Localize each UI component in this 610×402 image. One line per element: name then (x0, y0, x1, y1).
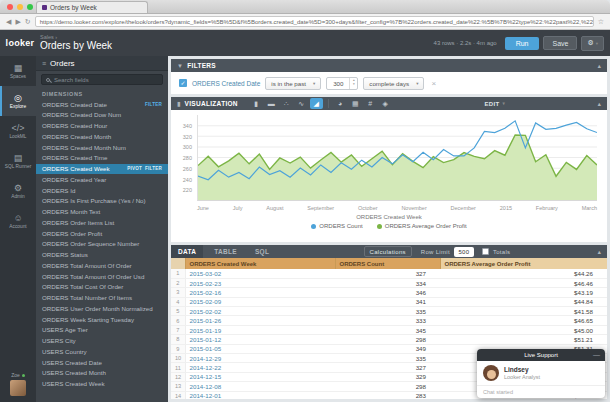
filter-field-label[interactable]: ORDERS Created Date (192, 80, 260, 87)
search-input[interactable]: Search fields (41, 74, 163, 85)
field-item[interactable]: ORDERS Id (36, 185, 168, 196)
line-chart-icon[interactable]: ∿ (295, 98, 308, 109)
field-item[interactable]: ORDERS Created DateFILTER (36, 99, 168, 110)
field-item[interactable]: ORDERS Total Cost Of Order (36, 282, 168, 293)
filter-badge[interactable]: FILTER (145, 102, 162, 108)
filter-badge[interactable]: FILTER (145, 166, 162, 172)
filter-operator-select[interactable]: is in the past▾ (265, 77, 321, 90)
pie-chart-icon[interactable]: ◕ (334, 98, 347, 109)
totals-checkbox[interactable] (482, 248, 489, 255)
cell-created-week[interactable]: 2015-01-26 (185, 316, 335, 325)
column-header-avg-profit[interactable]: ORDERS Average Order Profit (440, 258, 607, 269)
column-header-created-week[interactable]: ORDERS Created Week (185, 258, 335, 269)
save-button[interactable]: Save (543, 36, 577, 50)
cell-created-week[interactable]: 2015-01-12 (185, 335, 335, 344)
field-item[interactable]: ORDERS Created WeekPIVOTFILTER (36, 164, 168, 175)
field-item[interactable]: ORDERS Is First Purchase (Yes / No) (36, 196, 168, 207)
run-button[interactable]: Run (505, 37, 540, 50)
field-item[interactable]: ORDERS Created Month (36, 131, 168, 142)
cell-created-week[interactable]: 2014-12-22 (185, 363, 335, 372)
gear-menu-button[interactable]: ⚙▾ (581, 36, 604, 51)
visualization-header[interactable]: ▮ VISUALIZATION ▮▬∴∿◢◕▦#◈ EDIT▾ ▴ (171, 97, 607, 110)
tab-sql[interactable]: SQL (248, 245, 276, 258)
field-item[interactable]: ORDERS Total Number Of Items (36, 293, 168, 304)
table-chart-icon[interactable]: ▦ (349, 98, 362, 109)
sidebar-item-sql-runner[interactable]: ▤SQL Runner (0, 146, 36, 176)
field-item[interactable]: USERS Created Week (36, 379, 168, 390)
sidebar-item-spaces[interactable]: ▦Spaces (0, 56, 36, 86)
field-item[interactable]: USERS Country (36, 346, 168, 357)
filter-value-input[interactable]: 300 ▴▾ (326, 77, 358, 90)
sidebar-item-admin[interactable]: ⚙Admin (0, 176, 36, 206)
tab-data[interactable]: DATA (171, 245, 203, 258)
field-item[interactable]: ORDERS Total Amount Of Order Usd (36, 271, 168, 282)
plot[interactable] (197, 115, 597, 201)
url-field[interactable]: https://demo.looker.com/explore/thelook/… (35, 16, 594, 27)
close-window-icon[interactable] (7, 4, 13, 10)
cell-created-week[interactable]: 2015-01-19 (185, 325, 335, 334)
chat-header[interactable]: Live Support — (477, 349, 605, 361)
area-chart-icon[interactable]: ◢ (310, 98, 323, 109)
looker-logo[interactable]: looker (0, 38, 40, 48)
back-icon[interactable]: ◀ (6, 18, 11, 25)
minimize-window-icon[interactable] (17, 4, 23, 10)
sidebar-item-explore[interactable]: ◎Explore (0, 86, 36, 116)
remove-filter-icon[interactable]: × (431, 79, 436, 88)
field-item[interactable]: ORDERS Order Items List (36, 217, 168, 228)
sidebar-user[interactable]: Zoe (0, 372, 36, 402)
cell-created-week[interactable]: 2015-02-09 (185, 297, 335, 306)
column-chart-icon[interactable]: ▮ (250, 98, 263, 109)
cell-created-week[interactable]: 2015-02-02 (185, 307, 335, 316)
cell-created-week[interactable]: 2014-12-01 (185, 391, 335, 399)
field-item[interactable]: ORDERS User Order Month Normalized (36, 303, 168, 314)
cell-created-week[interactable]: 2014-12-29 (185, 354, 335, 363)
column-header-count[interactable]: ORDERS Count (335, 258, 440, 269)
forward-icon[interactable]: ▶ (15, 18, 20, 25)
field-item[interactable]: ORDERS Created Dow Num (36, 110, 168, 121)
cell-created-week[interactable]: 2014-12-15 (185, 372, 335, 381)
field-item[interactable]: ORDERS Order Profit (36, 228, 168, 239)
field-item[interactable]: ORDERS Month Text (36, 207, 168, 218)
reload-icon[interactable]: ↻ (25, 18, 31, 25)
sidebar-item-account[interactable]: ☺Account (0, 206, 36, 236)
single-value-chart-icon[interactable]: # (364, 98, 377, 109)
collapse-chevron-icon[interactable]: ▴ (598, 100, 601, 107)
field-item[interactable]: ORDERS Created Month Num (36, 142, 168, 153)
maximize-window-icon[interactable] (27, 4, 33, 10)
bar-chart-icon[interactable]: ▬ (265, 98, 278, 109)
bookmark-star-icon[interactable]: ☆ (598, 18, 604, 25)
field-item[interactable]: ORDERS Week Starting Tuesday (36, 314, 168, 325)
tab-table[interactable]: TABLE (207, 245, 244, 258)
collapse-chevron-icon[interactable]: ▴ (598, 62, 601, 69)
field-item[interactable]: USERS Created Date (36, 357, 168, 368)
dimensions-section-header[interactable]: DIMENSIONS (36, 88, 168, 99)
cell-created-week[interactable]: 2015-02-16 (185, 288, 335, 297)
scatter-chart-icon[interactable]: ∴ (280, 98, 293, 109)
step-down-icon[interactable]: ▾ (353, 83, 355, 87)
legend-item[interactable]: ORDERS Count (311, 223, 362, 229)
filter-unit-select[interactable]: complete days▾ (363, 77, 424, 90)
field-item[interactable]: USERS City (36, 336, 168, 347)
avatar[interactable] (10, 380, 26, 396)
cell-created-week[interactable]: 2015-01-05 (185, 344, 335, 353)
calculations-button[interactable]: Calculations (364, 246, 412, 257)
field-item[interactable]: ORDERS Total Amount Of Order (36, 260, 168, 271)
cell-created-week[interactable]: 2014-12-08 (185, 382, 335, 391)
legend-item[interactable]: ORDERS Average Order Profit (377, 223, 467, 229)
cell-created-week[interactable]: 2015-03-02 (185, 269, 335, 278)
filter-enabled-checkbox[interactable]: ✓ (179, 79, 187, 87)
field-item[interactable]: USERS Created Month (36, 368, 168, 379)
value-stepper[interactable]: ▴▾ (349, 78, 357, 89)
viz-edit-button[interactable]: EDIT▾ (485, 101, 505, 107)
collapse-chevron-icon[interactable]: ▴ (598, 248, 601, 255)
map-chart-icon[interactable]: ◈ (379, 98, 392, 109)
field-item[interactable]: ORDERS Order Sequence Number (36, 239, 168, 250)
field-item[interactable]: ORDERS Status (36, 250, 168, 261)
field-item[interactable]: USERS Age Tier (36, 325, 168, 336)
filters-header[interactable]: ▼ FILTERS ▴ (171, 59, 607, 72)
field-item[interactable]: ORDERS Created Hour (36, 121, 168, 132)
cell-created-week[interactable]: 2015-02-23 (185, 278, 335, 287)
field-item[interactable]: ORDERS Created Year (36, 174, 168, 185)
field-item[interactable]: ORDERS Created Time (36, 153, 168, 164)
sidebar-item-lookml[interactable]: </>LookML (0, 116, 36, 146)
